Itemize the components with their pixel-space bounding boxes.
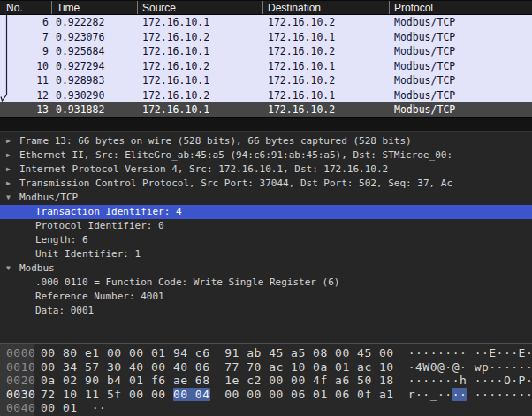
hex-bytes: 00 01 [41, 401, 78, 415]
column-header-protocol[interactable]: Protocol [389, 1, 532, 14]
packet-row[interactable]: 70.923076172.16.10.2172.16.10.1Modbus/TC… [0, 30, 532, 45]
column-header-time[interactable]: Time [51, 1, 137, 14]
packet-protocol: Modbus/TCP [389, 44, 532, 59]
detail-row[interactable]: Unit Identifier: 1 [0, 247, 532, 261]
detail-row[interactable]: ▶Ethernet II, Src: EliteGro_ab:45:a5 (94… [0, 148, 532, 163]
ascii-bytes: ········ ··E···E· [408, 346, 532, 360]
detail-row[interactable]: Transaction Identifier: 4 [0, 205, 532, 219]
packet-no: 6 [0, 15, 51, 30]
packet-time: 0.925684 [51, 44, 137, 59]
detail-text: Length: 6 [35, 233, 88, 247]
packet-details-pane: ▶Frame 13: 66 bytes on wire (528 bits), … [0, 132, 532, 343]
column-header-destination[interactable]: Destination [262, 1, 389, 14]
packet-time: 0.927294 [51, 59, 137, 74]
packet-protocol: Modbus/TCP [389, 102, 532, 117]
detail-text: Reference Number: 4001 [35, 290, 164, 304]
packet-row[interactable]: 120.930290172.16.10.2172.16.10.1Modbus/T… [0, 88, 532, 103]
packet-source: 172.16.10.1 [137, 44, 262, 59]
detail-text: Protocol Identifier: 0 [35, 219, 164, 233]
packet-row[interactable]: 110.928983172.16.10.1172.16.10.2Modbus/T… [0, 73, 532, 88]
hex-dump-pane: 000000 80 e1 00 00 01 94 c6 91 ab 45 a5 … [0, 344, 532, 416]
hex-bytes: 0a 02 90 b4 01 f6 ae 68 1e c2 00 00 4f a… [41, 374, 394, 388]
detail-text: Transaction Identifier: 4 [35, 205, 182, 219]
ascii-bytes: ·4W0@·@· wp······ [408, 360, 532, 374]
packet-row[interactable]: 90.925684172.16.10.1172.16.10.2Modbus/TC… [0, 44, 532, 59]
hex-offset: 0010 [0, 360, 34, 374]
packet-time: 0.928983 [51, 73, 137, 88]
packet-destination: 172.16.10.2 [262, 102, 389, 117]
expand-arrow-icon[interactable]: ▶ [6, 163, 17, 177]
packet-protocol: Modbus/TCP [389, 15, 532, 30]
detail-row[interactable]: ▶Frame 13: 66 bytes on wire (528 bits), … [0, 134, 532, 148]
expand-arrow-icon[interactable]: ▶ [6, 134, 17, 148]
packet-destination: 172.16.10.1 [262, 88, 389, 103]
selected-ascii-bytes: ·· [452, 388, 467, 401]
packet-source: 172.16.10.2 [137, 88, 262, 103]
packet-no: 12 [0, 88, 51, 103]
packet-destination: 172.16.10.1 [262, 59, 389, 74]
packet-destination: 172.16.10.2 [262, 44, 389, 59]
ascii-bytes: ·······h ····O·P· [408, 374, 532, 388]
packet-source: 172.16.10.1 [137, 73, 262, 88]
column-header-no[interactable]: No. [0, 1, 51, 14]
hex-offset: 0040 [0, 401, 34, 415]
detail-row[interactable]: ▼Modbus/TCP [0, 191, 532, 205]
hex-bytes: 00 34 57 30 40 00 40 06 77 70 ac 10 0a 0… [41, 360, 394, 374]
hex-bytes: 72 10 11 5f 00 00 00 04 00 00 00 06 01 0… [41, 388, 394, 402]
hex-row[interactable]: 000000 80 e1 00 00 01 94 c6 91 ab 45 a5 … [0, 346, 532, 360]
detail-text: Modbus/TCP [19, 191, 78, 205]
collapse-arrow-icon[interactable]: ▼ [6, 191, 17, 205]
detail-row[interactable]: ▼Modbus [0, 261, 532, 276]
packet-time: 0.923076 [51, 30, 137, 45]
hex-row[interactable]: 004000 01·· [0, 401, 532, 415]
packet-protocol: Modbus/TCP [389, 59, 532, 74]
hex-offset: 0030 [0, 388, 34, 402]
packet-protocol: Modbus/TCP [389, 73, 532, 88]
expand-arrow-icon[interactable]: ▶ [6, 177, 17, 191]
packet-row[interactable]: 60.922282172.16.10.1172.16.10.2Modbus/TC… [0, 15, 532, 30]
packet-destination: 172.16.10.2 [262, 73, 389, 88]
hex-row[interactable]: 001000 34 57 30 40 00 40 06 77 70 ac 10 … [0, 360, 532, 374]
detail-row[interactable]: Reference Number: 4001 [0, 290, 532, 304]
detail-row[interactable]: .000 0110 = Function Code: Write Single … [0, 276, 532, 290]
detail-row[interactable]: ▶Internet Protocol Version 4, Src: 172.1… [0, 163, 532, 177]
detail-text: .000 0110 = Function Code: Write Single … [35, 276, 339, 290]
detail-row[interactable]: Data: 0001 [0, 304, 532, 318]
packet-row[interactable]: 100.927294172.16.10.2172.16.10.1Modbus/T… [0, 59, 532, 74]
hex-row[interactable]: 00200a 02 90 b4 01 f6 ae 68 1e c2 00 00 … [0, 374, 532, 388]
packet-list-body: 60.922282172.16.10.1172.16.10.2Modbus/TC… [0, 15, 532, 117]
hex-offset: 0000 [0, 346, 34, 360]
packet-protocol: Modbus/TCP [389, 30, 532, 45]
packet-no: 7 [0, 30, 51, 45]
hex-row[interactable]: 003072 10 11 5f 00 00 00 04 00 00 00 06 … [0, 388, 532, 402]
detail-row[interactable]: Length: 6 [0, 233, 532, 247]
ascii-bytes: r··_···· ········ [408, 388, 532, 402]
detail-text: Frame 13: 66 bytes on wire (528 bits), 6… [19, 134, 412, 148]
detail-text: Ethernet II, Src: EliteGro_ab:45:a5 (94:… [19, 148, 452, 163]
column-header-source[interactable]: Source [137, 1, 262, 14]
collapse-arrow-icon[interactable]: ▼ [6, 261, 17, 276]
packet-source: 172.16.10.1 [137, 15, 262, 30]
packet-protocol: Modbus/TCP [389, 88, 532, 103]
detail-text: Modbus [19, 261, 55, 276]
hex-bytes: 00 80 e1 00 00 01 94 c6 91 ab 45 a5 08 0… [41, 346, 394, 360]
packet-row[interactable]: 130.931882172.16.10.1172.16.10.2Modbus/T… [0, 102, 532, 117]
expand-arrow-icon[interactable]: ▶ [6, 148, 17, 163]
packet-time: 0.922282 [51, 15, 137, 30]
packet-list-header: No. Time Source Destination Protocol [0, 0, 532, 15]
hex-offset: 0020 [0, 374, 34, 388]
packet-destination: 172.16.10.1 [262, 30, 389, 45]
packet-time: 0.930290 [51, 88, 137, 103]
selected-hex-bytes: 00 04 [173, 388, 210, 401]
detail-row[interactable]: ▶Transmission Control Protocol, Src Port… [0, 177, 532, 191]
packet-no: 9 [0, 44, 51, 59]
packet-destination: 172.16.10.2 [262, 15, 389, 30]
detail-row[interactable]: Protocol Identifier: 0 [0, 219, 532, 233]
packet-source: 172.16.10.2 [137, 30, 262, 45]
packet-no: 11 [0, 73, 51, 88]
detail-text: Internet Protocol Version 4, Src: 172.16… [19, 163, 388, 177]
ascii-bytes: ·· [92, 401, 107, 415]
packet-list-pane: No. Time Source Destination Protocol 60.… [0, 0, 532, 132]
packet-time: 0.931882 [51, 102, 137, 117]
packet-no: 13 [0, 102, 51, 117]
